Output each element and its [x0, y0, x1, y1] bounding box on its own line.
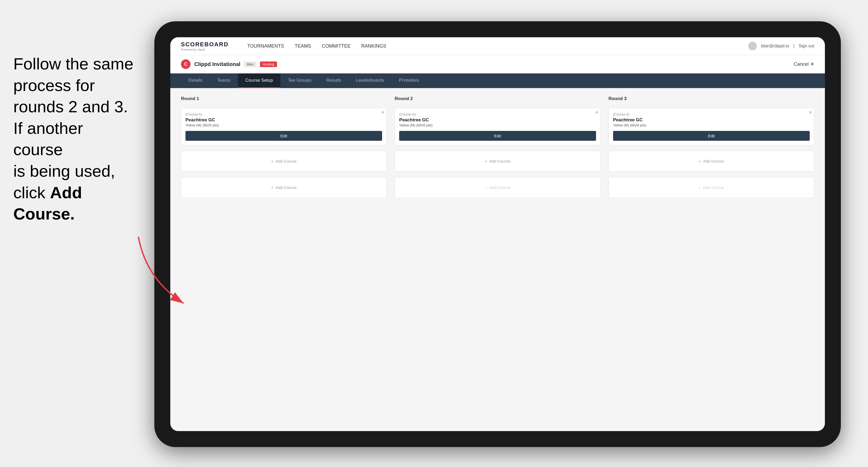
- round-2-delete-button[interactable]: ✕: [595, 110, 598, 115]
- round-2-course-name: Peachtree GC: [399, 117, 596, 123]
- round-2-course-card: (Course A) Peachtree GC Yellow (M) (6629…: [395, 108, 600, 145]
- tab-tee-groups[interactable]: Tee Groups: [280, 73, 319, 88]
- round-2-edit-button[interactable]: Edit: [399, 131, 596, 141]
- round-1-header: Round 1: [181, 96, 386, 101]
- logo-area: SCOREBOARD Powered by clippd: [181, 41, 228, 51]
- tab-bar: Details Teams Course Setup Tee Groups Re…: [170, 73, 825, 88]
- gender-badge: Men: [244, 61, 256, 67]
- plus-icon-r2-2: +: [485, 185, 487, 190]
- instruction-line2: process for: [13, 76, 95, 94]
- plus-icon-r2-1: +: [485, 159, 487, 163]
- sub-header: C Clippd Invitational Men Hosting Cancel…: [170, 55, 825, 73]
- plus-icon-r1-2: +: [271, 185, 274, 190]
- round-3-course-card: (Course A) Peachtree GC Yellow (M) (6629…: [609, 108, 814, 145]
- nav-tournaments[interactable]: TOURNAMENTS: [247, 43, 284, 49]
- nav-teams[interactable]: TEAMS: [295, 43, 311, 49]
- cancel-button[interactable]: Cancel ✕: [794, 61, 814, 67]
- top-nav: SCOREBOARD Powered by clippd TOURNAMENTS…: [170, 37, 825, 55]
- round-3-course-details: Yellow (M) (6629 yds): [613, 123, 810, 127]
- round-3-add-course-2: + Add Course: [609, 177, 814, 198]
- round-2-header: Round 2: [395, 96, 600, 101]
- tournament-name: Clippd Invitational: [194, 61, 240, 67]
- tab-course-setup[interactable]: Course Setup: [238, 73, 280, 88]
- round-2-add-course-2: + Add Course: [395, 177, 600, 198]
- instruction-line6: click: [13, 183, 50, 202]
- round-2-course-details: Yellow (M) (6629 yds): [399, 123, 596, 127]
- instruction-line3: rounds 2 and 3.: [13, 97, 128, 116]
- round-3-header: Round 3: [609, 96, 814, 101]
- nav-rankings[interactable]: RANKINGS: [361, 43, 386, 49]
- round-3-course-label: (Course A): [613, 112, 810, 116]
- instruction-line1: Follow the same: [13, 55, 133, 73]
- round-2-add-course-1[interactable]: + Add Course: [395, 151, 600, 172]
- round-2-column: Round 2 (Course A) Peachtree GC Yellow (…: [395, 96, 600, 198]
- top-nav-right: blair@clippd.io | Sign out: [748, 42, 814, 50]
- round-3-delete-button[interactable]: ✕: [809, 110, 812, 115]
- tab-results[interactable]: Results: [319, 73, 349, 88]
- round-1-course-details: Yellow (M) (6629 yds): [185, 123, 382, 127]
- content-area: Round 1 (Course A) Peachtree GC Yellow (…: [170, 88, 825, 431]
- plus-icon-r3-2: +: [699, 185, 701, 190]
- user-email: blair@clippd.io: [761, 44, 789, 49]
- round-1-add-course-1[interactable]: + Add Course: [181, 151, 386, 172]
- round-1-course-name: Peachtree GC: [185, 117, 382, 123]
- nav-links: TOURNAMENTS TEAMS COMMITTEE RANKINGS: [247, 43, 735, 49]
- tournament-info: C Clippd Invitational Men Hosting: [181, 59, 277, 69]
- tab-details[interactable]: Details: [181, 73, 210, 88]
- round-1-column: Round 1 (Course A) Peachtree GC Yellow (…: [181, 96, 386, 198]
- plus-icon-r3-1: +: [699, 159, 701, 163]
- tab-leaderboards[interactable]: Leaderboards: [349, 73, 392, 88]
- round-1-course-label: (Course A): [185, 112, 382, 116]
- user-avatar: [748, 42, 757, 50]
- round-2-course-card-wrapper: (Course A) Peachtree GC Yellow (M) (6629…: [395, 108, 600, 145]
- rounds-grid: Round 1 (Course A) Peachtree GC Yellow (…: [181, 96, 814, 198]
- plus-icon-r1-1: +: [271, 159, 274, 163]
- instruction-line5: is being used,: [13, 162, 115, 180]
- round-2-course-label: (Course A): [399, 112, 596, 116]
- tournament-logo: C: [181, 59, 190, 69]
- tab-teams[interactable]: Teams: [210, 73, 238, 88]
- round-1-add-course-2[interactable]: + Add Course: [181, 177, 386, 198]
- sign-out-link[interactable]: Sign out: [799, 44, 814, 49]
- round-3-add-course-1[interactable]: + Add Course: [609, 151, 814, 172]
- cancel-icon: ✕: [810, 61, 814, 67]
- tablet-frame: SCOREBOARD Powered by clippd TOURNAMENTS…: [154, 21, 841, 447]
- separator: |: [793, 44, 794, 49]
- round-1-course-card-wrapper: (Course A) Peachtree GC Yellow (M) (6629…: [181, 108, 386, 145]
- round-3-course-card-wrapper: (Course A) Peachtree GC Yellow (M) (6629…: [609, 108, 814, 145]
- round-3-edit-button[interactable]: Edit: [613, 131, 810, 141]
- logo-scoreboard: SCOREBOARD: [181, 41, 228, 48]
- round-1-delete-button[interactable]: ✕: [381, 110, 384, 115]
- tab-printables[interactable]: Printables: [392, 73, 427, 88]
- round-1-course-card: (Course A) Peachtree GC Yellow (M) (6629…: [181, 108, 386, 145]
- round-1-edit-button[interactable]: Edit: [185, 131, 382, 141]
- nav-committee[interactable]: COMMITTEE: [322, 43, 351, 49]
- round-3-course-name: Peachtree GC: [613, 117, 810, 123]
- tablet-screen: SCOREBOARD Powered by clippd TOURNAMENTS…: [170, 37, 825, 431]
- instruction-panel: Follow the same process for rounds 2 and…: [0, 42, 149, 236]
- instruction-line4: If another course: [13, 119, 83, 159]
- round-3-column: Round 3 (Course A) Peachtree GC Yellow (…: [609, 96, 814, 198]
- logo-sub: Powered by clippd: [181, 48, 228, 51]
- hosting-badge: Hosting: [260, 61, 277, 67]
